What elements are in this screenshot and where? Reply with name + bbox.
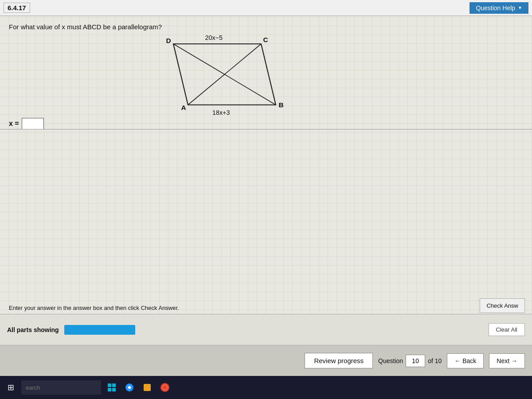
svg-rect-8 bbox=[144, 384, 151, 391]
answer-input[interactable] bbox=[22, 118, 44, 129]
check-answer-button[interactable]: Check Answ bbox=[480, 298, 525, 313]
svg-rect-6 bbox=[112, 388, 116, 391]
start-icon[interactable]: ⊞ bbox=[4, 380, 18, 395]
taskbar-icon-2[interactable] bbox=[122, 380, 137, 395]
footer: Review progress Question of 10 ← Back Ne… bbox=[0, 345, 532, 376]
chevron-down-icon: ▼ bbox=[518, 5, 522, 10]
bottom-side-label: 18x+3 bbox=[212, 109, 230, 116]
screen: 6.4.17 Question Help ▼ For what value of… bbox=[0, 0, 532, 399]
clear-all-button[interactable]: Clear All bbox=[489, 323, 525, 336]
taskbar-search-input[interactable] bbox=[21, 380, 101, 395]
parallelogram-diagram: D C B A 20x−5 18x+3 bbox=[124, 29, 310, 127]
answer-row: x = bbox=[9, 118, 44, 129]
horizontal-divider bbox=[0, 129, 532, 129]
vertex-a-label: A bbox=[181, 104, 186, 111]
back-button[interactable]: ← Back bbox=[447, 353, 484, 368]
answer-label: x = bbox=[9, 120, 19, 128]
review-progress-button[interactable]: Review progress bbox=[305, 353, 373, 368]
question-help-button[interactable]: Question Help ▼ bbox=[469, 2, 528, 14]
progress-bar bbox=[64, 325, 135, 335]
section-label: 6.4.17 bbox=[4, 3, 30, 13]
diagram-area: D C B A 20x−5 18x+3 bbox=[124, 29, 310, 127]
content-bottom-bar: All parts showing Clear All bbox=[0, 314, 532, 345]
question-nav-label: Question bbox=[378, 357, 403, 364]
taskbar-icon-3[interactable] bbox=[140, 380, 154, 395]
taskbar: ⊞ bbox=[0, 376, 532, 399]
vertex-b-label: B bbox=[279, 101, 284, 109]
top-side-label: 20x−5 bbox=[205, 34, 223, 41]
of-label: of 10 bbox=[428, 357, 442, 364]
all-parts-label: All parts showing bbox=[7, 326, 59, 333]
taskbar-icon-1[interactable] bbox=[105, 380, 119, 395]
question-help-label: Question Help bbox=[476, 4, 515, 12]
top-bar: 6.4.17 Question Help ▼ bbox=[0, 0, 532, 16]
main-content: For what value of x must ABCD be a paral… bbox=[0, 16, 532, 345]
svg-rect-4 bbox=[112, 383, 116, 387]
next-button[interactable]: Next → bbox=[489, 353, 525, 368]
vertex-c-label: C bbox=[263, 36, 268, 43]
question-nav: Question of 10 bbox=[378, 355, 442, 367]
svg-rect-3 bbox=[108, 383, 111, 387]
instructions-text: Enter your answer in the answer box and … bbox=[9, 305, 179, 311]
svg-line-2 bbox=[188, 44, 261, 105]
taskbar-icon-4[interactable] bbox=[158, 380, 172, 395]
question-number-input[interactable] bbox=[406, 355, 425, 367]
vertex-d-label: D bbox=[166, 37, 171, 44]
svg-point-11 bbox=[163, 386, 167, 389]
svg-rect-5 bbox=[108, 388, 111, 391]
